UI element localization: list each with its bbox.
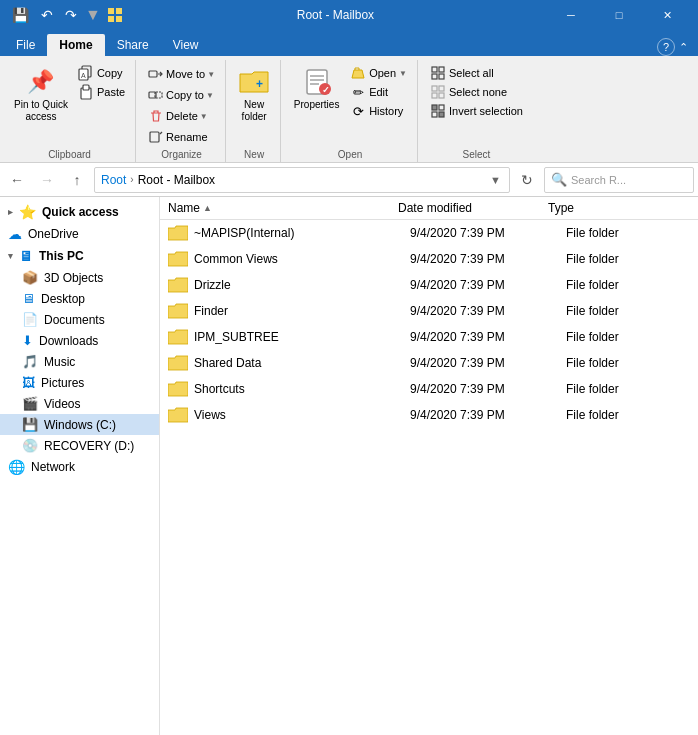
pin-icon: 📌 (25, 66, 57, 98)
ribbon-collapse-button[interactable]: ⌃ (679, 41, 688, 54)
copy-button[interactable]: A Copy (74, 64, 129, 82)
file-date: 9/4/2020 7:39 PM (410, 252, 560, 266)
pin-button[interactable]: 📌 Pin to Quickaccess (10, 64, 72, 125)
svg-rect-26 (432, 93, 437, 98)
refresh-button[interactable]: ↻ (514, 167, 540, 193)
organize-buttons: Move to ▼ Copy to ▼ Delete ▼ (144, 64, 219, 147)
header-type[interactable]: Type (548, 201, 690, 215)
sidebar-item-quick-access[interactable]: ▸ ⭐ Quick access (0, 201, 159, 223)
forward-button[interactable]: → (34, 167, 60, 193)
undo-button[interactable]: ↶ (37, 5, 57, 25)
header-name-label: Name (168, 201, 200, 215)
downloads-label: Downloads (39, 334, 98, 348)
svg-rect-23 (439, 74, 444, 79)
sidebar-item-music[interactable]: 🎵 Music (0, 351, 159, 372)
table-row[interactable]: Shared Data 9/4/2020 7:39 PM File folder (160, 350, 698, 376)
table-row[interactable]: Shortcuts 9/4/2020 7:39 PM File folder (160, 376, 698, 402)
sidebar-item-3d-objects[interactable]: 📦 3D Objects (0, 267, 159, 288)
breadcrumb-current[interactable]: Root - Mailbox (138, 173, 215, 187)
select-label: Select (463, 149, 491, 160)
file-type: File folder (566, 382, 690, 396)
delete-button[interactable]: Delete ▼ (144, 106, 219, 126)
select-all-label: Select all (449, 67, 494, 79)
sidebar-item-videos[interactable]: 🎬 Videos (0, 393, 159, 414)
sidebar-item-windows-c[interactable]: 💾 Windows (C:) (0, 414, 159, 435)
properties-button[interactable]: ✓ Properties (289, 64, 344, 113)
select-all-icon (430, 65, 446, 81)
search-box[interactable]: 🔍 Search R... (544, 167, 694, 193)
svg-text:✓: ✓ (322, 85, 330, 95)
select-none-label: Select none (449, 86, 507, 98)
close-button[interactable]: ✕ (644, 0, 690, 30)
table-row[interactable]: IPM_SUBTREE 9/4/2020 7:39 PM File folder (160, 324, 698, 350)
sidebar-item-network[interactable]: 🌐 Network (0, 456, 159, 478)
svg-rect-22 (432, 74, 437, 79)
sidebar-item-onedrive[interactable]: ☁ OneDrive (0, 223, 159, 245)
address-chevron[interactable]: ▼ (488, 172, 503, 188)
table-row[interactable]: Drizzle 9/4/2020 7:39 PM File folder (160, 272, 698, 298)
redo-button[interactable]: ↷ (61, 5, 81, 25)
onedrive-icon: ☁ (8, 226, 22, 242)
paste-button[interactable]: Paste (74, 83, 129, 101)
header-name[interactable]: Name ▲ (168, 201, 398, 215)
svg-rect-3 (116, 16, 122, 22)
tab-file[interactable]: File (4, 34, 47, 56)
pictures-label: Pictures (41, 376, 84, 390)
file-type: File folder (566, 252, 690, 266)
back-button[interactable]: ← (4, 167, 30, 193)
breadcrumb-root[interactable]: Root (101, 173, 126, 187)
svg-rect-2 (108, 16, 114, 22)
help-button[interactable]: ? (657, 38, 675, 56)
new-folder-button[interactable]: + Newfolder (234, 64, 274, 125)
table-row[interactable]: Views 9/4/2020 7:39 PM File folder (160, 402, 698, 428)
history-button[interactable]: ⟳ History (346, 102, 411, 120)
tab-home[interactable]: Home (47, 34, 104, 56)
svg-rect-29 (439, 105, 444, 110)
copy-to-arrow: ▼ (206, 91, 214, 100)
select-group: Select all Select none Invert selection … (420, 60, 533, 162)
windows-c-icon: 💾 (22, 417, 38, 432)
sidebar-item-documents[interactable]: 📄 Documents (0, 309, 159, 330)
clipboard-group-content: 📌 Pin to Quickaccess A Copy Paste (10, 64, 129, 147)
select-none-button[interactable]: Select none (426, 83, 527, 101)
svg-rect-28 (432, 105, 437, 110)
folder-icon (168, 405, 188, 425)
sidebar-item-downloads[interactable]: ⬇ Downloads (0, 330, 159, 351)
sidebar: ▸ ⭐ Quick access ☁ OneDrive ▾ 🖥 This PC … (0, 197, 160, 735)
table-row[interactable]: ~MAPISP(Internal) 9/4/2020 7:39 PM File … (160, 220, 698, 246)
network-label: Network (31, 460, 75, 474)
main-area: ▸ ⭐ Quick access ☁ OneDrive ▾ 🖥 This PC … (0, 197, 698, 735)
save-button[interactable]: 💾 (8, 5, 33, 25)
table-row[interactable]: Common Views 9/4/2020 7:39 PM File folde… (160, 246, 698, 272)
move-to-button[interactable]: Move to ▼ (144, 64, 219, 84)
up-button[interactable]: ↑ (64, 167, 90, 193)
open-arrow: ▼ (399, 69, 407, 78)
sidebar-item-desktop[interactable]: 🖥 Desktop (0, 288, 159, 309)
tab-share[interactable]: Share (105, 34, 161, 56)
file-date: 9/4/2020 7:39 PM (410, 356, 560, 370)
recovery-d-label: RECOVERY (D:) (44, 439, 134, 453)
table-row[interactable]: Finder 9/4/2020 7:39 PM File folder (160, 298, 698, 324)
open-label: Open (338, 149, 362, 160)
select-all-button[interactable]: Select all (426, 64, 527, 82)
minimize-button[interactable]: ─ (548, 0, 594, 30)
quick-access-toolbar: 💾 ↶ ↷ ▼ (8, 5, 101, 25)
header-name-sort: ▲ (203, 203, 212, 213)
invert-selection-button[interactable]: Invert selection (426, 102, 527, 120)
copy-to-button[interactable]: Copy to ▼ (144, 85, 219, 105)
this-pc-icon: 🖥 (19, 248, 33, 264)
address-path[interactable]: Root › Root - Mailbox ▼ (94, 167, 510, 193)
tab-view[interactable]: View (161, 34, 211, 56)
folder-icon (168, 379, 188, 399)
edit-button[interactable]: ✏ Edit (346, 83, 411, 101)
sidebar-item-this-pc[interactable]: ▾ 🖥 This PC (0, 245, 159, 267)
window-icon (107, 7, 123, 23)
rename-button[interactable]: Rename (144, 127, 219, 147)
maximize-button[interactable]: □ (596, 0, 642, 30)
delete-arrow: ▼ (200, 112, 208, 121)
music-label: Music (44, 355, 75, 369)
sidebar-item-pictures[interactable]: 🖼 Pictures (0, 372, 159, 393)
header-date[interactable]: Date modified (398, 201, 548, 215)
sidebar-item-recovery-d[interactable]: 💿 RECOVERY (D:) (0, 435, 159, 456)
open-button[interactable]: Open ▼ (346, 64, 411, 82)
